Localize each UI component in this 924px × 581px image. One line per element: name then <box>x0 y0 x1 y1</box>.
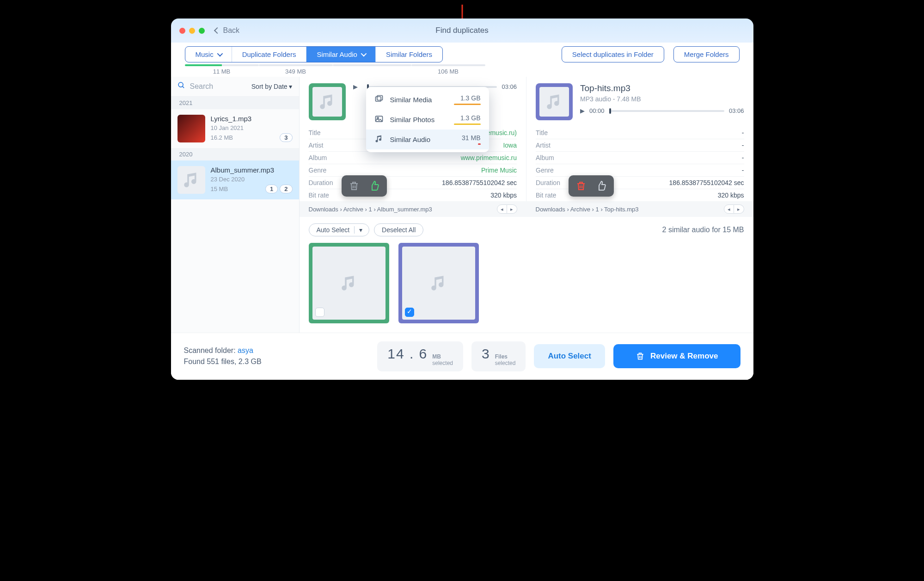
breadcrumb-path[interactable]: Downloads › Archive › 1 › Top-hits.mp3 <box>536 206 639 213</box>
svg-line-3 <box>182 87 184 88</box>
dropdown-size: 31 MB <box>462 134 480 142</box>
dropdown-size-bar <box>478 143 481 145</box>
thumbs-up-icon[interactable] <box>368 180 380 192</box>
back-label: Back <box>223 26 240 35</box>
meta-key: Bit rate <box>309 192 329 199</box>
file-name: Album_summer.mp3 <box>211 166 293 174</box>
zoom-window-button[interactable] <box>199 28 205 34</box>
minimize-window-button[interactable] <box>189 28 195 34</box>
back-button[interactable]: Back <box>215 26 240 35</box>
file-thumbnail <box>177 166 205 194</box>
tabs-row: Music Duplicate Folders Similar Audio Si… <box>171 43 753 64</box>
chevron-down-icon <box>361 51 367 57</box>
dropdown-item[interactable]: Similar Photos 1.3 GB <box>366 110 489 130</box>
file-cover <box>536 83 573 120</box>
trash-icon[interactable] <box>575 180 587 192</box>
breadcrumb: Downloads › Archive › 1 › Album_summer.m… <box>300 201 526 217</box>
media-icon <box>374 94 384 105</box>
tab-similar-folders[interactable]: Similar Folders <box>376 47 442 62</box>
scanned-folder-link[interactable]: asya <box>238 346 253 354</box>
card-checkbox[interactable] <box>405 308 414 317</box>
nav-prev-button[interactable]: ◂ <box>497 204 507 214</box>
similar-card[interactable]: 7.48 MB | 03:06 <box>309 243 389 323</box>
trash-icon[interactable] <box>348 180 360 192</box>
category-tabs: Music Duplicate Folders Similar Audio Si… <box>185 46 443 62</box>
search-icon <box>177 81 185 92</box>
meta-key: Bit rate <box>536 192 556 199</box>
footer: Scanned folder: asya Found 551 files, 2.… <box>171 333 753 380</box>
svg-rect-5 <box>377 96 382 100</box>
meta-value: Iowa <box>503 142 517 149</box>
merge-folders-button[interactable]: Merge Folders <box>673 46 740 62</box>
search-input[interactable]: Search <box>190 82 247 91</box>
pane-title: Top-hits.mp3 <box>580 83 744 93</box>
meta-key: Artist <box>309 142 324 149</box>
time-total: 03:06 <box>729 107 744 114</box>
meta-key: Duration <box>309 179 333 186</box>
selection-toolbar: Auto Select ▾ Deselect All 2 similar aud… <box>300 217 753 243</box>
close-window-button[interactable] <box>179 28 185 34</box>
file-name: Lyrics_1.mp3 <box>211 115 293 123</box>
select-duplicates-in-folder-button[interactable]: Select duplicates in Folder <box>562 46 664 62</box>
dropdown-label: Similar Photos <box>390 116 447 124</box>
similar-cards: 7.48 MB | 03:06 7.48 MB | 03:06 <box>300 243 753 333</box>
tab-music[interactable]: Music <box>185 47 232 62</box>
dropdown-item[interactable]: Similar Media 1.3 GB <box>366 90 489 110</box>
dropdown-item[interactable]: Similar Audio 31 MB <box>366 130 489 149</box>
meta-key: Duration <box>536 179 560 186</box>
action-float <box>569 175 614 197</box>
meta-value: Prime Music <box>481 167 517 174</box>
play-icon[interactable]: ▶ <box>580 107 585 114</box>
thumbs-up-icon[interactable] <box>595 180 607 192</box>
file-item[interactable]: Album_summer.mp3 23 Dec 2020 15 MB 12 <box>171 161 299 199</box>
count-badge: 1 <box>265 185 278 193</box>
breadcrumb-path[interactable]: Downloads › Archive › 1 › Album_summer.m… <box>309 206 432 213</box>
tab-similar-audio-label: Similar Audio <box>317 50 357 58</box>
auto-select-button[interactable]: Auto Select ▾ <box>309 223 370 236</box>
file-date: 23 Dec 2020 <box>211 176 293 183</box>
meta-key: Album <box>536 154 554 161</box>
file-item[interactable]: Lyrics_1.mp3 10 Jan 2021 16.2 MB 3 <box>171 109 299 148</box>
tab-music-label: Music <box>196 50 214 58</box>
meta-value: 186.85387755102042 sec <box>669 179 744 186</box>
selected-size-stat: 14 . 6 MBselected <box>377 341 463 371</box>
window-controls <box>179 28 205 34</box>
size-bar: 11 MB 349 MB 106 MB <box>171 64 753 77</box>
time-total: 03:06 <box>502 83 517 90</box>
similar-card[interactable]: 7.48 MB | 03:06 <box>398 243 479 323</box>
progress-bar[interactable] <box>609 110 724 112</box>
similar-summary: 2 similar audio for 15 MB <box>662 226 744 234</box>
year-header: 2021 <box>171 97 299 109</box>
meta-value: - <box>742 129 744 136</box>
file-cover <box>309 83 346 120</box>
nav-prev-button[interactable]: ◂ <box>724 204 734 214</box>
sort-dropdown[interactable]: Sort by Date <box>251 83 293 90</box>
file-size: 15 MB <box>211 185 228 192</box>
meta-value: www.primemusic.ru <box>461 154 517 161</box>
chevron-down-icon <box>217 51 223 57</box>
meta-value: - <box>742 154 744 161</box>
meta-value: 186.85387755102042 sec <box>442 179 517 186</box>
svg-point-2 <box>178 82 183 87</box>
footer-auto-select-button[interactable]: Auto Select <box>534 344 605 368</box>
audio-player[interactable]: ▶ 00:00 03:06 <box>580 107 744 114</box>
breadcrumb: Downloads › Archive › 1 › Top-hits.mp3 ◂… <box>526 201 753 217</box>
meta-value: 320 kbps <box>490 192 517 199</box>
deselect-all-button[interactable]: Deselect All <box>374 223 423 236</box>
play-icon[interactable]: ▶ <box>353 83 358 90</box>
tab-duplicate-folders[interactable]: Duplicate Folders <box>232 47 307 62</box>
dropdown-size-bar <box>454 104 481 105</box>
found-summary: Found 551 files, 2.3 GB <box>184 356 262 367</box>
chevron-down-icon[interactable]: ▾ <box>354 226 366 234</box>
tab-similar-audio[interactable]: Similar Audio <box>306 47 376 62</box>
nav-next-button[interactable]: ▸ <box>734 204 744 214</box>
review-remove-button[interactable]: Review & Remove <box>613 344 740 368</box>
meta-value: - <box>742 167 744 174</box>
meta-key: Genre <box>309 167 327 174</box>
nav-next-button[interactable]: ▸ <box>507 204 517 214</box>
year-header: 2020 <box>171 148 299 161</box>
meta-key: Title <box>309 129 321 136</box>
card-checkbox[interactable] <box>315 308 324 317</box>
similar-dropdown: Similar Media 1.3 GB Similar Photos 1.3 … <box>366 87 489 152</box>
sidebar: Search Sort by Date 2021 Lyrics_1.mp3 10… <box>171 77 300 333</box>
